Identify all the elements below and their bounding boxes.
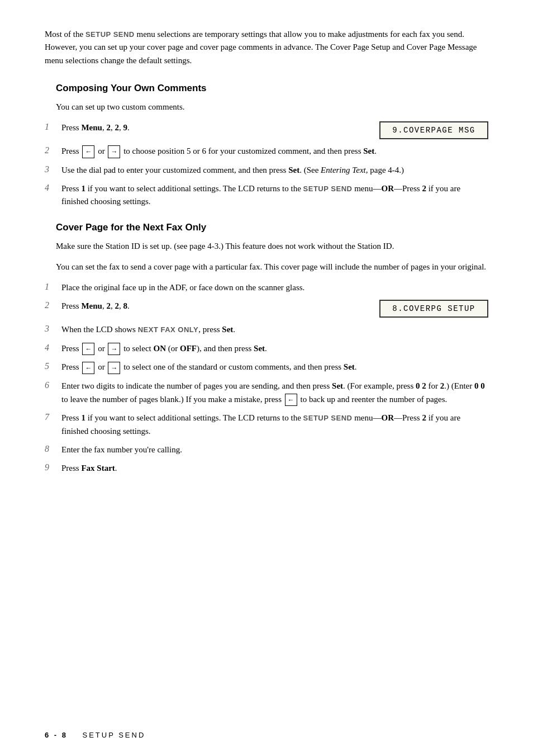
step-2-2-text: Press Menu, 2, 2, 8. [61,300,368,313]
step-number: 5 [45,361,61,371]
step-2-3-text: When the LCD shows NEXT FAX ONLY, press … [61,323,488,336]
section-coverpage: Cover Page for the Next Fax Only Make su… [45,222,488,475]
step-2-1-text: Place the original face up in the ADF, o… [61,281,488,294]
lcd-display-2: 8.COVERPG SETUP [379,300,488,318]
step-1-1-content: Press Menu, 2, 2, 9. 9.COVERPAGE MSG [61,121,488,139]
step-number: 8 [45,443,61,454]
step-2-8-text: Enter the fax number you're calling. [61,443,488,456]
footer-page-number: 6 - 8 [45,731,68,739]
step-2-5: 5 Press ← or → to select one of the stan… [45,361,488,374]
section1-intro: You can set up two custom comments. [56,101,488,114]
step-2-4: 4 Press ← or → to select ON (or OFF), an… [45,342,488,356]
footer-label: SETUP SEND [82,731,145,739]
lcd-display-1: 9.COVERPAGE MSG [379,121,488,139]
step-1-1-text: Press Menu, 2, 2, 9. [61,121,368,134]
step-number: 4 [45,182,61,193]
step-2-7: 7 Press 1 if you want to select addition… [45,412,488,438]
step-number: 2 [45,300,61,310]
step-1-1: 1 Press Menu, 2, 2, 9. 9.COVERPAGE MSG [45,121,488,139]
left-arrow-icon: ← [82,362,94,375]
step-1-3: 3 Use the dial pad to enter your customi… [45,164,488,177]
step-2-4-text: Press ← or → to select ON (or OFF), and … [61,342,488,356]
step-2-8: 8 Enter the fax number you're calling. [45,443,488,456]
step-1-2-text: Press ← or → to choose position 5 or 6 f… [61,145,488,158]
step-number: 3 [45,164,61,174]
intro-paragraph: Most of the SETUP SEND menu selections a… [45,28,488,67]
step-number: 6 [45,380,61,390]
step-2-6-text: Enter two digits to indicate the number … [61,380,488,406]
step-1-4-text: Press 1 if you want to select additional… [61,182,488,209]
step-1-2: 2 Press ← or → to choose position 5 or 6… [45,145,488,158]
page-content: Most of the SETUP SEND menu selections a… [0,0,533,522]
step-1-4: 4 Press 1 if you want to select addition… [45,182,488,209]
step-1-3-text: Use the dial pad to enter your customize… [61,164,488,177]
step-number: 2 [45,145,61,155]
step-2-1: 1 Place the original face up in the ADF,… [45,281,488,294]
step-2-2: 2 Press Menu, 2, 2, 8. 8.COVERPG SETUP [45,300,488,318]
step-2-5-text: Press ← or → to select one of the standa… [61,361,488,374]
section2-intro2: You can set the fax to send a cover page… [56,261,488,273]
right-arrow-icon: → [108,145,120,158]
step-number: 9 [45,462,61,472]
right-arrow-icon: → [108,343,120,356]
step-2-9-text: Press Fax Start. [61,462,488,475]
section2-intro1: Make sure the Station ID is set up. (see… [56,240,488,253]
step-number: 4 [45,342,61,353]
step-number: 3 [45,323,61,334]
left-arrow-icon: ← [82,145,94,158]
step-number: 1 [45,121,61,132]
section-composing: Composing Your Own Comments You can set … [45,83,488,209]
step-2-9: 9 Press Fax Start. [45,462,488,475]
left-arrow-icon: ← [285,394,297,407]
section1-heading: Composing Your Own Comments [56,83,488,94]
section2-heading: Cover Page for the Next Fax Only [56,222,488,233]
page-footer: 6 - 8 SETUP SEND [45,731,145,739]
step-2-6: 6 Enter two digits to indicate the numbe… [45,380,488,406]
setup-send-label: SETUP SEND [85,30,135,39]
step-number: 1 [45,281,61,292]
step-2-3: 3 When the LCD shows NEXT FAX ONLY, pres… [45,323,488,336]
step-number: 7 [45,412,61,422]
step-2-2-content: Press Menu, 2, 2, 8. 8.COVERPG SETUP [61,300,488,318]
step-2-7-text: Press 1 if you want to select additional… [61,412,488,438]
left-arrow-icon: ← [82,343,94,356]
right-arrow-icon: → [108,362,120,375]
